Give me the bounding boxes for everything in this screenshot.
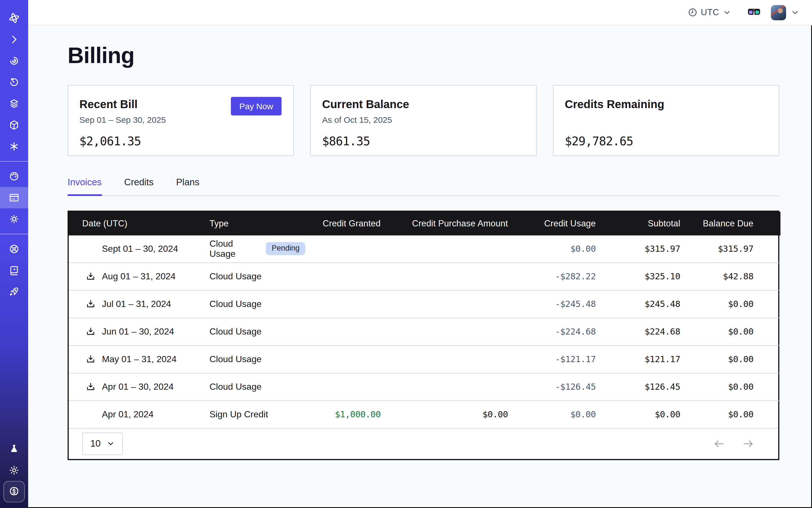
balance-due: $315.97 bbox=[694, 235, 780, 262]
credit-usage: $0.00 bbox=[521, 235, 609, 262]
subtotal: $121.17 bbox=[609, 345, 694, 373]
invoice-type: Cloud Usage bbox=[210, 382, 262, 392]
asterisk-icon[interactable] bbox=[0, 136, 28, 157]
download-invoice-button[interactable] bbox=[86, 354, 96, 364]
tab-invoices[interactable]: Invoices bbox=[68, 177, 102, 196]
tab-plans[interactable]: Plans bbox=[176, 177, 200, 196]
gear-icon[interactable] bbox=[0, 208, 28, 230]
balance-due: $0.00 bbox=[694, 345, 780, 373]
sidebar-divider bbox=[0, 234, 28, 234]
table-row: Apr 01 – 30, 2024 Cloud Usage -$126.45 $… bbox=[69, 373, 780, 400]
credit-purchase bbox=[394, 262, 521, 290]
timezone-selector[interactable]: UTC bbox=[687, 7, 731, 17]
rocket-icon[interactable] bbox=[0, 281, 28, 302]
sun-icon[interactable] bbox=[0, 460, 28, 481]
credit-purchase bbox=[394, 373, 521, 400]
flask-icon[interactable] bbox=[0, 438, 28, 460]
glasses-icon[interactable] bbox=[747, 7, 761, 17]
clock-icon bbox=[687, 7, 697, 17]
table-header-row: Date (UTC) Type Credit Granted Credit Pu… bbox=[69, 211, 780, 235]
download-invoice-button[interactable] bbox=[86, 271, 96, 281]
chevron-down-icon bbox=[722, 8, 731, 17]
summary-cards: Recent Bill Sep 01 – Sep 30, 2025 $2,061… bbox=[68, 85, 779, 156]
page-size-select[interactable]: 10 bbox=[82, 432, 123, 455]
chevron-right-icon[interactable] bbox=[0, 29, 28, 50]
logo-orbit-icon[interactable] bbox=[0, 7, 28, 29]
credit-purchase bbox=[394, 235, 521, 262]
invoice-type: Sign Up Credit bbox=[210, 409, 268, 419]
billing-card-icon[interactable] bbox=[0, 187, 28, 208]
credit-granted bbox=[305, 235, 394, 262]
credit-purchase: $0.00 bbox=[394, 400, 521, 428]
page-title: Billing bbox=[68, 42, 779, 68]
invoice-type: Cloud Usage bbox=[210, 239, 260, 259]
recent-bill-amount: $2,061.35 bbox=[79, 135, 282, 148]
spiral-icon[interactable] bbox=[0, 50, 28, 72]
dollar-badge-icon[interactable] bbox=[3, 481, 25, 502]
col-credit-usage: Credit Usage bbox=[521, 211, 609, 235]
download-invoice-button[interactable] bbox=[86, 299, 96, 309]
ship-wheel-icon[interactable] bbox=[0, 238, 28, 260]
balance-due: $0.00 bbox=[694, 318, 780, 345]
next-page-button[interactable] bbox=[742, 437, 755, 450]
invoice-date: Sept 01 – 30, 2024 bbox=[102, 244, 178, 254]
cube-icon[interactable] bbox=[0, 114, 28, 136]
invoice-date: Jun 01 – 30, 2024 bbox=[102, 326, 174, 337]
invoice-date: Apr 01 – 30, 2024 bbox=[102, 382, 173, 392]
invoice-date: Apr 01, 2024 bbox=[102, 409, 154, 419]
table-footer: 10 bbox=[69, 428, 778, 459]
main-area: UTC Billing Recent Bill bbox=[28, 0, 812, 508]
app-window: UTC Billing Recent Bill bbox=[0, 0, 812, 508]
subtotal: $315.97 bbox=[609, 235, 694, 262]
table-row: Apr 01, 2024 Sign Up Credit $1,000.00 $0… bbox=[69, 400, 780, 428]
card-subtitle-spacer bbox=[565, 115, 768, 125]
download-invoice-button[interactable] bbox=[86, 382, 96, 392]
user-avatar[interactable] bbox=[771, 5, 786, 20]
table-row: Aug 01 – 31, 2024 Cloud Usage -$282.22 $… bbox=[69, 262, 780, 290]
credit-purchase bbox=[394, 345, 521, 373]
invoice-date: Aug 01 – 31, 2024 bbox=[102, 271, 176, 281]
download-invoice-button[interactable] bbox=[86, 326, 96, 337]
billing-tabs: Invoices Credits Plans bbox=[68, 177, 779, 196]
credit-purchase bbox=[394, 290, 521, 318]
credit-usage: -$245.48 bbox=[521, 290, 609, 318]
table-row: Sept 01 – 30, 2024 Cloud UsagePending $0… bbox=[69, 235, 780, 262]
pending-badge: Pending bbox=[266, 242, 305, 255]
credit-usage: -$121.17 bbox=[521, 345, 609, 373]
credit-granted bbox=[305, 373, 394, 400]
subtotal: $245.48 bbox=[609, 290, 694, 318]
chevron-down-icon bbox=[106, 439, 115, 448]
sidebar-divider bbox=[0, 161, 28, 162]
tab-credits[interactable]: Credits bbox=[124, 177, 154, 196]
credit-purchase bbox=[394, 318, 521, 345]
col-credit-granted: Credit Granted bbox=[305, 211, 394, 235]
recent-bill-card: Recent Bill Sep 01 – Sep 30, 2025 $2,061… bbox=[68, 85, 294, 156]
previous-page-button[interactable] bbox=[713, 437, 725, 450]
pay-now-button[interactable]: Pay Now bbox=[231, 97, 282, 116]
history-timer-icon[interactable] bbox=[0, 72, 28, 93]
pager bbox=[713, 437, 755, 450]
layers-icon[interactable] bbox=[0, 93, 28, 114]
balance-due: $0.00 bbox=[694, 290, 780, 318]
credit-granted bbox=[305, 318, 394, 345]
billing-period: Sep 01 – Sep 30, 2025 bbox=[79, 115, 282, 125]
balance-due: $0.00 bbox=[694, 373, 780, 400]
timezone-label: UTC bbox=[701, 7, 719, 17]
invoice-type: Cloud Usage bbox=[210, 271, 262, 281]
card-title: Credits Remaining bbox=[565, 98, 768, 111]
subtotal: $224.68 bbox=[609, 318, 694, 345]
book-sparkle-icon[interactable] bbox=[0, 260, 28, 281]
credit-usage: -$126.45 bbox=[521, 373, 609, 400]
col-type: Type bbox=[210, 211, 305, 235]
invoice-type: Cloud Usage bbox=[210, 299, 262, 309]
credits-remaining-amount: $29,782.65 bbox=[565, 135, 768, 148]
credits-remaining-card: Credits Remaining $29,782.65 bbox=[553, 85, 779, 156]
invoice-date: Jul 01 – 31, 2024 bbox=[102, 299, 171, 309]
gauge-icon[interactable] bbox=[0, 166, 28, 187]
credit-granted bbox=[305, 345, 394, 373]
col-credit-purchase: Credit Purchase Amount bbox=[394, 211, 521, 235]
chevron-down-icon[interactable] bbox=[790, 8, 800, 17]
download-spacer bbox=[86, 244, 96, 254]
balance-due: $0.00 bbox=[694, 400, 780, 428]
table-row: Jun 01 – 30, 2024 Cloud Usage -$224.68 $… bbox=[69, 318, 780, 345]
